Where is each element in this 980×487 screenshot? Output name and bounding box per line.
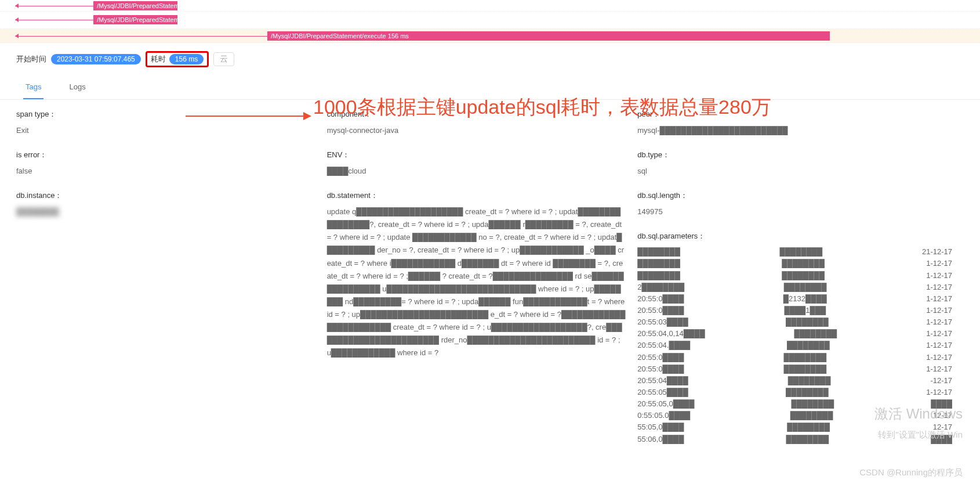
db-sql-parameters-label: db.sql.parameters： [637,231,952,241]
db-type-label: db.type： [637,150,952,160]
trace-connector [15,20,93,20]
param-row: 55:06,0████████████████ [637,434,952,445]
trace-waterfall: /Mysql/JDBI/PreparedStatement/execute 24… [0,0,980,43]
span-type-value: Exit [16,124,315,137]
start-time-badge: 2023-03-31 07:59:07.465 [51,54,141,64]
tab-tags[interactable]: Tags [23,75,43,99]
db-statement-value: update q████████████████████ create_dt =… [327,205,626,359]
param-row: 20:55:0████████1███1-12-17 [637,305,952,316]
details-panel: span type： Exit is error： false db.insta… [0,100,980,467]
param-row: ████████████████1-12-17 [637,270,952,282]
param-row: 20:55:0████████████1-12-17 [637,363,952,375]
component-label: component： [327,109,626,120]
param-row: 20:55:04████████████-12-17 [637,375,952,387]
details-col-right: peer： mysql-████████████████████████ db.… [637,109,964,458]
tabs: Tags Logs [0,75,980,100]
param-row: 20:55:0█████2132████1-12-17 [637,293,952,305]
details-col-mid: component： mysql-connector-java ENV： ███… [327,109,638,458]
peer-value: mysql-████████████████████████ [637,124,952,137]
is-error-value: false [16,165,315,178]
trace-row[interactable]: /Mysql/JDBI/PreparedStatement/execute 24… [0,12,980,29]
param-row: 20:55:03████████████1-12-17 [637,316,952,328]
trace-connector [15,36,267,37]
db-type-value: sql [637,165,952,178]
db-sql-length-value: 149975 [637,205,952,218]
trace-bar-selected[interactable]: /Mysql/JDBI/PreparedStatement/execute 15… [267,31,830,41]
details-col-left: span type： Exit is error： false db.insta… [16,109,327,458]
annotation-arrow-icon [186,116,310,117]
param-row: 2████████████████1-12-17 [637,282,952,293]
param-row: 20:55:05████████████1-12-17 [637,387,952,398]
param-row: 20:55:04,0,14████████████1-12-17 [637,328,952,340]
param-row: ████████████████1-12-17 [637,258,952,269]
param-row: 0:55:05.0████████████12-17 [637,410,952,421]
param-row: ████████████████21-12-17 [637,246,952,258]
trace-bar[interactable]: /Mysql/JDBI/PreparedStatement/execute 24… [93,15,177,24]
param-row: 55:05,0████████████12-17 [637,421,952,433]
env-label: ENV： [327,150,626,160]
db-sql-parameters-value: ████████████████21-12-17████████████████… [637,246,952,445]
param-row: 20:55:05,0████████████████ [637,398,952,410]
component-value: mysql-connector-java [327,124,626,137]
db-instance-value: ████████ [16,205,315,218]
db-statement-label: db.statement： [327,190,626,201]
cloud-icon[interactable]: 云 [213,52,234,66]
tab-logs[interactable]: Logs [67,75,88,99]
db-sql-length-label: db.sql.length： [637,190,952,201]
duration-highlight-box: 耗时 156 ms [146,51,209,67]
trace-connector [15,6,93,6]
param-row: 20:55:04.████████████1-12-17 [637,340,952,351]
duration-label: 耗时 [151,54,166,64]
trace-row-selected[interactable]: /Mysql/JDBI/PreparedStatement/execute 15… [0,29,980,43]
start-time-label: 开始时间 [16,54,46,64]
param-row: 20:55:0████████████1-12-17 [637,352,952,363]
duration-badge: 156 ms [169,54,204,64]
is-error-label: is error： [16,150,315,160]
peer-label: peer： [637,109,952,120]
env-value: ████cloud [327,165,626,178]
info-bar: 开始时间 2023-03-31 07:59:07.465 耗时 156 ms 云 [0,43,980,75]
db-instance-label: db.instance： [16,190,315,201]
trace-row[interactable]: /Mysql/JDBI/PreparedStatement/execute 24… [0,0,980,12]
span-type-label: span type： [16,109,315,120]
trace-bar[interactable]: /Mysql/JDBI/PreparedStatement/execute 24… [93,1,177,10]
